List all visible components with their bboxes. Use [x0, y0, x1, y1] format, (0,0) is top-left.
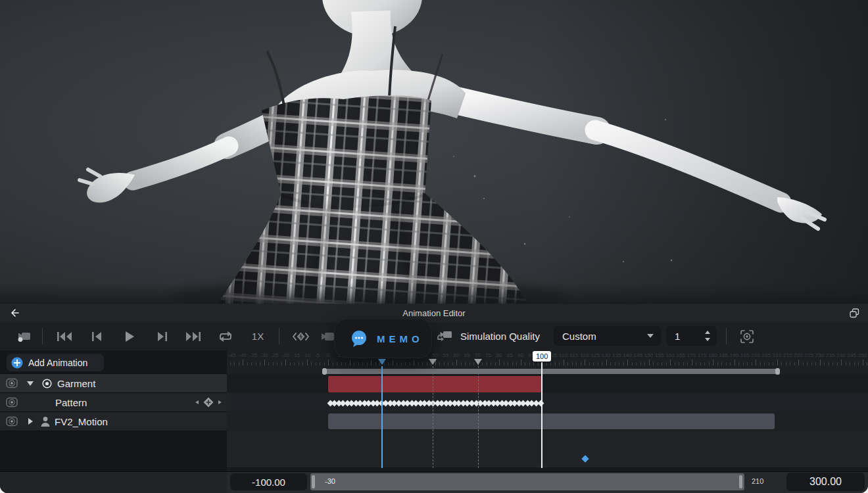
- animation-end-line[interactable]: [541, 362, 542, 468]
- track-visibility-icon[interactable]: [6, 397, 18, 408]
- track-visibility-icon[interactable]: [6, 416, 18, 427]
- viewport-floor: [0, 283, 868, 304]
- ruler-tick: [307, 360, 308, 365]
- overview-bar-handle[interactable]: [775, 368, 780, 375]
- range-start-input[interactable]: -100.00: [230, 473, 307, 490]
- ruler-tick: [820, 360, 821, 365]
- ruler-tick: [644, 362, 645, 365]
- ghost-marker-handle[interactable]: [474, 359, 482, 365]
- track-visibility-icon[interactable]: [6, 378, 18, 388]
- ruler-tick: [410, 362, 410, 365]
- record-turntable-button[interactable]: [12, 322, 36, 350]
- ghost-marker-handle[interactable]: [429, 359, 437, 365]
- timeline-range-bar: -100.00 -30 210 300.00: [0, 471, 868, 493]
- stepper-up-icon[interactable]: [705, 331, 710, 334]
- ruler-tick: [264, 360, 265, 365]
- go-to-start-button[interactable]: [53, 322, 76, 350]
- toolbar-separator: [42, 328, 43, 344]
- bottom-bar-left: [0, 472, 227, 493]
- ruler-tick: [375, 362, 376, 365]
- ruler-tick: [461, 362, 462, 365]
- expander-closed-icon[interactable]: [28, 418, 33, 425]
- next-frame-button[interactable]: [150, 322, 174, 350]
- keyframe-nav-controls[interactable]: [194, 396, 223, 409]
- add-animation-button[interactable]: Add Animation: [7, 354, 104, 371]
- ruler-tick: [610, 362, 611, 365]
- keyframe-diamond-icon: [292, 330, 310, 343]
- visible-range-slider[interactable]: -30: [310, 473, 744, 490]
- previous-frame-button[interactable]: [85, 322, 108, 350]
- ruler-tick: [619, 362, 619, 365]
- animation-end-frame-label: 100: [533, 351, 551, 362]
- simulation-quality-dropdown[interactable]: Custom: [554, 326, 661, 346]
- ruler-tick: [397, 362, 397, 365]
- keyframe-mode-button[interactable]: [289, 322, 312, 350]
- prev-keyframe-icon[interactable]: [195, 400, 199, 404]
- ruler-tick: [760, 362, 761, 365]
- expander-open-icon[interactable]: [27, 381, 34, 386]
- playback-speed-label: 1X: [252, 331, 264, 342]
- garment-clip[interactable]: [328, 376, 542, 392]
- ruler-tick: [401, 362, 402, 365]
- playhead-handle[interactable]: [378, 359, 386, 365]
- ruler-tick: [247, 362, 248, 365]
- play-button[interactable]: [118, 322, 141, 350]
- ruler-tick: [362, 362, 363, 365]
- visible-range-left-handle[interactable]: [312, 475, 315, 488]
- ruler-tick: [653, 362, 654, 365]
- active-target-icon[interactable]: [42, 379, 52, 388]
- restore-window-button[interactable]: [848, 307, 860, 319]
- range-end-input[interactable]: 300.00: [786, 473, 865, 491]
- track-row-fv2-motion[interactable]: FV2_Motion: [0, 412, 227, 431]
- playhead-line[interactable]: [381, 366, 383, 468]
- next-keyframe-icon[interactable]: [218, 400, 222, 404]
- ruler-tick: [615, 362, 615, 365]
- ghost-marker-line: [478, 366, 479, 468]
- ruler-tick: [692, 360, 692, 365]
- iteration-count-stepper[interactable]: 1: [666, 326, 717, 346]
- memo-chat-bubble-icon: [349, 329, 369, 348]
- overview-bar-handle[interactable]: [322, 368, 327, 375]
- ruler-frame-label: 250: [854, 352, 868, 358]
- ruler-tick: [832, 362, 833, 365]
- stepper-down-icon[interactable]: [705, 338, 710, 341]
- ruler-tick: [277, 362, 277, 365]
- ruler-tick: [606, 360, 607, 365]
- ruler-tick: [550, 362, 551, 365]
- ruler-tick: [491, 362, 491, 365]
- ruler-tick: [623, 362, 624, 365]
- track-row-garment[interactable]: Garment: [0, 374, 227, 392]
- chevron-down-icon: [647, 334, 654, 338]
- ruler-tick: [499, 360, 500, 365]
- ruler-tick: [354, 362, 354, 365]
- ruler-tick: [230, 362, 231, 365]
- motion-clip[interactable]: [328, 413, 775, 429]
- loop-button[interactable]: [214, 322, 237, 350]
- visible-range-right-handle[interactable]: [739, 475, 742, 488]
- focus-capture-button[interactable]: [735, 322, 759, 350]
- ruler-tick: [850, 362, 850, 365]
- ruler-tick: [525, 362, 525, 365]
- track-row-pattern[interactable]: Pattern: [0, 393, 227, 411]
- ruler-tick: [781, 362, 782, 365]
- timeline-area[interactable]: -45-40-35-30-25-20-15-10-505101520253035…: [227, 350, 868, 471]
- simulate-record-button[interactable]: [433, 322, 456, 350]
- toolbar-separator: [279, 328, 279, 344]
- ruler-tick: [700, 362, 701, 365]
- viewport-3d[interactable]: [0, 0, 868, 304]
- go-to-end-button[interactable]: [181, 322, 205, 350]
- ruler-tick: [798, 360, 799, 365]
- playback-speed-button[interactable]: 1X: [246, 322, 270, 350]
- memo-button[interactable]: MEMO: [334, 319, 432, 358]
- ruler-tick: [790, 362, 790, 365]
- timeline-lower-lane: [227, 431, 868, 467]
- ruler-tick: [632, 362, 633, 365]
- range-start-value: -100.00: [252, 477, 285, 488]
- ruler-tick: [371, 360, 372, 365]
- focus-capture-icon: [739, 329, 755, 344]
- ruler-tick: [299, 362, 299, 365]
- ruler-tick: [393, 360, 393, 365]
- timeline-overview-bar[interactable]: [324, 369, 778, 374]
- ruler-tick: [487, 362, 487, 365]
- ruler-tick: [794, 362, 795, 365]
